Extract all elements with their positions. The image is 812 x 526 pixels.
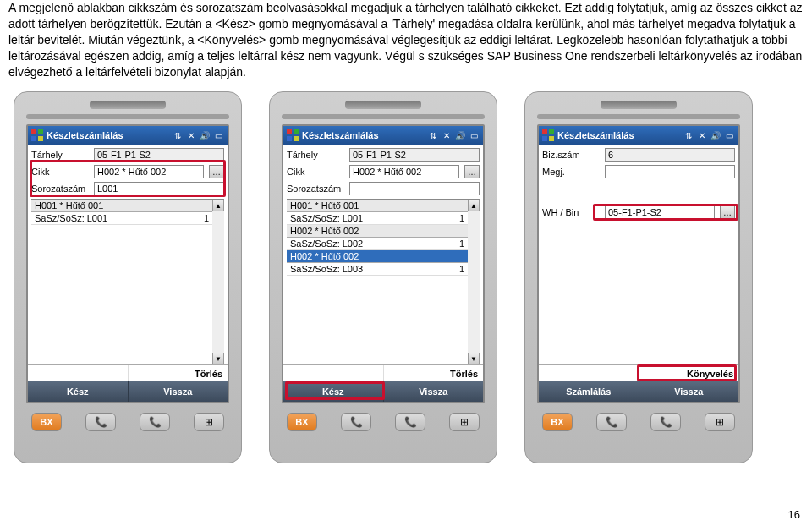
close-icon[interactable]: ✕ bbox=[441, 129, 453, 141]
cikk-input[interactable]: H002 * Hűtő 002 bbox=[94, 165, 204, 178]
tarhely-input: 05-F1-P1-S2 bbox=[94, 148, 224, 162]
scrollbar[interactable]: ▲ ▼ bbox=[468, 200, 480, 364]
sorozatszam-label: Sorozatszám bbox=[31, 184, 91, 194]
bizszam-input: 6 bbox=[605, 148, 735, 162]
speaker-slot bbox=[601, 101, 677, 109]
titlebar: Készletszámlálás ⇅ ✕ 🔊 ▭ bbox=[28, 126, 228, 145]
close-icon[interactable]: ✕ bbox=[185, 129, 197, 141]
kesz-button[interactable]: Kész bbox=[28, 381, 129, 402]
scroll-up-icon[interactable]: ▲ bbox=[468, 200, 480, 211]
sync-icon: ⇅ bbox=[172, 129, 184, 141]
device-1: Készletszámlálás ⇅ ✕ 🔊 ▭ Tárhely 05-F1-P… bbox=[14, 91, 242, 463]
form-area: Tárhely 05-F1-P1-S2 Cikk H002 * Hűtő 002… bbox=[283, 145, 483, 197]
whbin-input[interactable]: 05-F1-P1-S2 bbox=[605, 205, 715, 219]
call-button[interactable]: 📞 bbox=[596, 413, 627, 431]
windows-hw-button[interactable]: ⊞ bbox=[194, 413, 224, 431]
whbin-browse-button[interactable]: … bbox=[720, 205, 735, 219]
kesz-button[interactable]: Kész bbox=[283, 381, 384, 402]
end-call-button[interactable]: 📞 bbox=[395, 413, 425, 431]
sorozatszam-input[interactable] bbox=[349, 182, 480, 195]
form-area: Tárhely 05-F1-P1-S2 Cikk H002 * Hűtő 002… bbox=[28, 145, 228, 197]
volume-icon: 🔊 bbox=[199, 129, 211, 141]
device-2: Készletszámlálás ⇅ ✕ 🔊 ▭ Tárhely 05-F1-P… bbox=[269, 91, 497, 463]
end-call-button[interactable]: 📞 bbox=[650, 413, 681, 431]
camera-bar bbox=[537, 114, 740, 119]
action-empty bbox=[28, 365, 128, 381]
list-area-empty bbox=[542, 222, 735, 364]
app-title: Készletszámlálás bbox=[47, 130, 168, 140]
battery-icon: ▭ bbox=[468, 129, 480, 141]
camera-bar bbox=[26, 114, 229, 119]
list-header[interactable]: H001 * Hűtő 001 bbox=[31, 200, 212, 212]
megj-input[interactable] bbox=[605, 165, 735, 178]
scroll-down-icon[interactable]: ▼ bbox=[212, 353, 224, 364]
vissza-button[interactable]: Vissza bbox=[384, 381, 484, 402]
screen-3: Készletszámlálás ⇅ ✕ 🔊 ▭ Biz.szám 6 Megj… bbox=[537, 124, 740, 403]
devices-row: Készletszámlálás ⇅ ✕ 🔊 ▭ Tárhely 05-F1-P… bbox=[8, 91, 804, 463]
form-area: Biz.szám 6 Megj. WH / Bin 05-F1-P1-S2 … bbox=[539, 145, 738, 221]
windows-hw-button[interactable]: ⊞ bbox=[705, 413, 735, 431]
konyveles-button[interactable]: Könyvelés bbox=[639, 365, 739, 381]
instruction-paragraph: A megjelenő ablakban cikkszám és sorozat… bbox=[8, 0, 804, 79]
scrollbar[interactable]: ▲ ▼ bbox=[212, 200, 224, 364]
titlebar: Készletszámlálás ⇅ ✕ 🔊 ▭ bbox=[283, 126, 483, 145]
action-row: Törlés bbox=[283, 364, 483, 381]
screen-2: Készletszámlálás ⇅ ✕ 🔊 ▭ Tárhely 05-F1-P… bbox=[282, 124, 485, 403]
list-header-selected[interactable]: H002 * Hűtő 002 bbox=[287, 250, 468, 263]
list-header[interactable]: H002 * Hűtő 002 bbox=[287, 225, 468, 238]
bottom-bar: Kész Vissza bbox=[28, 381, 228, 402]
windows-icon[interactable] bbox=[542, 129, 554, 141]
cikk-browse-button[interactable]: … bbox=[464, 165, 480, 178]
sync-icon: ⇅ bbox=[427, 129, 439, 141]
action-row: Törlés bbox=[28, 364, 228, 381]
tarhely-label: Tárhely bbox=[287, 150, 346, 160]
action-empty bbox=[283, 365, 383, 381]
bx-button[interactable]: BX bbox=[542, 413, 573, 431]
close-icon[interactable]: ✕ bbox=[696, 129, 708, 141]
cikk-input[interactable]: H002 * Hűtő 002 bbox=[349, 165, 459, 178]
list-item[interactable]: SaSz/SoSz: L001 1 bbox=[287, 212, 468, 225]
list-item[interactable]: SaSz/SoSz: L001 1 bbox=[31, 212, 212, 225]
vissza-button[interactable]: Vissza bbox=[129, 381, 228, 402]
device-3: Készletszámlálás ⇅ ✕ 🔊 ▭ Biz.szám 6 Megj… bbox=[524, 91, 753, 463]
hardware-buttons: BX 📞 📞 ⊞ bbox=[26, 410, 229, 434]
list-header[interactable]: H001 * Hűtő 001 bbox=[287, 200, 468, 212]
windows-hw-button[interactable]: ⊞ bbox=[449, 413, 480, 431]
status-icons: ⇅ ✕ 🔊 ▭ bbox=[427, 129, 480, 141]
app-title: Készletszámlálás bbox=[557, 130, 679, 140]
bx-button[interactable]: BX bbox=[287, 413, 317, 431]
screen-1: Készletszámlálás ⇅ ✕ 🔊 ▭ Tárhely 05-F1-P… bbox=[26, 124, 229, 403]
list-item[interactable]: SaSz/SoSz: L003 1 bbox=[287, 263, 468, 276]
list-area: H001 * Hűtő 001 SaSz/SoSz: L001 1 ▲ ▼ bbox=[31, 199, 224, 364]
list-item[interactable]: SaSz/SoSz: L002 1 bbox=[287, 238, 468, 250]
status-icons: ⇅ ✕ 🔊 ▭ bbox=[683, 129, 735, 141]
end-call-button[interactable]: 📞 bbox=[140, 413, 170, 431]
speaker-slot bbox=[345, 101, 421, 109]
volume-icon: 🔊 bbox=[710, 129, 721, 141]
windows-icon[interactable] bbox=[287, 129, 299, 141]
volume-icon: 🔊 bbox=[454, 129, 466, 141]
delete-button[interactable]: Törlés bbox=[383, 365, 484, 381]
sorozatszam-input[interactable]: L001 bbox=[94, 182, 224, 195]
delete-button[interactable]: Törlés bbox=[128, 365, 228, 381]
sorozatszam-label: Sorozatszám bbox=[287, 184, 346, 194]
app-title: Készletszámlálás bbox=[302, 130, 424, 140]
scroll-down-icon[interactable]: ▼ bbox=[468, 353, 480, 364]
scroll-up-icon[interactable]: ▲ bbox=[212, 200, 224, 211]
list-area: H001 * Hűtő 001 SaSz/SoSz: L001 1 H002 *… bbox=[287, 199, 480, 364]
battery-icon: ▭ bbox=[723, 129, 735, 141]
sync-icon: ⇅ bbox=[683, 129, 694, 141]
bx-button[interactable]: BX bbox=[31, 413, 62, 431]
tarhely-input: 05-F1-P1-S2 bbox=[349, 148, 480, 162]
cikk-browse-button[interactable]: … bbox=[209, 165, 224, 178]
szamlalas-button[interactable]: Számlálás bbox=[539, 381, 639, 402]
vissza-button[interactable]: Vissza bbox=[639, 381, 739, 402]
bottom-bar: Kész Vissza bbox=[283, 381, 483, 402]
call-button[interactable]: 📞 bbox=[85, 413, 116, 431]
action-empty bbox=[539, 365, 639, 381]
page-number: 16 bbox=[788, 508, 800, 521]
windows-icon[interactable] bbox=[31, 129, 43, 141]
call-button[interactable]: 📞 bbox=[341, 413, 371, 431]
camera-bar bbox=[282, 114, 485, 119]
hardware-buttons: BX 📞 📞 ⊞ bbox=[282, 410, 485, 434]
